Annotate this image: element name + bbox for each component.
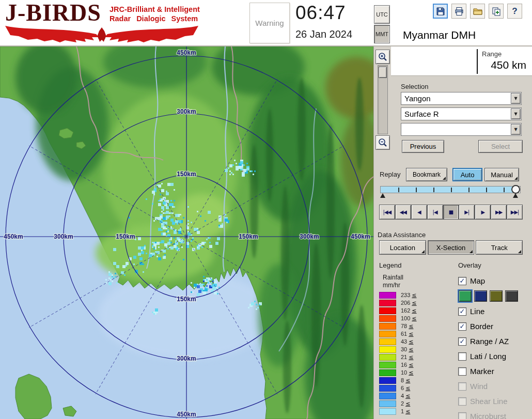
legend-row: 43≤: [379, 338, 454, 346]
radar-echo: [175, 220, 178, 223]
radar-echo: [243, 164, 245, 166]
legend-value-label: 206≤: [401, 300, 417, 306]
replay-timeline-slider[interactable]: [380, 185, 522, 199]
less-equal-symbol: ≤: [409, 338, 413, 345]
radar-echo: [170, 219, 174, 222]
zoom-scrollbar[interactable]: [378, 65, 388, 134]
logo-subtitle-line1: JRC-Brilliant & Intelligent: [109, 5, 200, 14]
reverse-play-button[interactable]: ◀: [411, 205, 427, 220]
help-button[interactable]: ?: [507, 4, 522, 19]
radar-echo: [152, 312, 153, 313]
radar-echo: [158, 246, 160, 248]
zoom-in-button[interactable]: [375, 50, 390, 64]
overlay-checkbox-lati-long[interactable]: [458, 352, 466, 361]
overlay-item-label: Map: [470, 276, 485, 285]
slider-track[interactable]: [380, 186, 521, 193]
fast-forward-button[interactable]: ▶▶: [491, 205, 507, 220]
legend-unit: Rainfall mm/hr: [383, 274, 454, 289]
radar-echo: [163, 217, 166, 220]
ring-label: 450km: [4, 233, 23, 240]
slider-thumb[interactable]: [511, 185, 520, 194]
print-button[interactable]: [451, 4, 466, 19]
open-folder-button[interactable]: [470, 4, 485, 19]
location-button[interactable]: Location: [379, 240, 426, 255]
previous-button[interactable]: Previous: [402, 140, 444, 153]
overlay-checkbox-map[interactable]: ✓: [458, 277, 466, 285]
radar-echo: [208, 237, 209, 239]
radar-echo: [152, 246, 153, 248]
overlay-checkbox-range-az[interactable]: ✓: [458, 337, 466, 346]
radar-echo: [152, 242, 153, 243]
play-button[interactable]: ▶: [475, 205, 491, 220]
bookmark-button[interactable]: Bookmark: [406, 168, 447, 181]
radar-echo: [256, 308, 257, 310]
x-section-button[interactable]: X-Section: [428, 240, 475, 255]
export-button[interactable]: [489, 4, 504, 19]
select-button[interactable]: Select: [478, 140, 523, 153]
fast-rewind-button[interactable]: ◀◀: [395, 205, 411, 220]
radar-echo: [108, 282, 112, 285]
replay-label: Replay: [380, 170, 400, 178]
radar-echo: [243, 169, 246, 172]
auto-mode-button[interactable]: Auto: [452, 168, 482, 181]
manual-mode-button[interactable]: Manual: [484, 168, 519, 181]
overlay-checkbox-border[interactable]: ✓: [458, 322, 466, 331]
radar-echo: [225, 219, 228, 222]
radar-echo: [201, 246, 203, 248]
radar-echo: [246, 163, 248, 164]
less-equal-symbol: ≤: [412, 307, 416, 314]
radar-echo: [160, 198, 161, 200]
data-assistance-label: Data Assistance: [378, 231, 426, 239]
radar-echo: [170, 228, 172, 229]
track-button[interactable]: Track: [476, 240, 523, 255]
map-style-navy[interactable]: [474, 290, 487, 302]
product-dropdown[interactable]: Surface R ▼: [401, 107, 522, 120]
legend-color-swatch: [379, 408, 396, 415]
step-back-button[interactable]: |◀: [427, 205, 443, 220]
step-forward-button[interactable]: ▶|: [459, 205, 475, 220]
warning-status-button[interactable]: Warning: [249, 3, 290, 43]
overlay-checkbox-marker[interactable]: [458, 367, 466, 376]
radar-echo: [172, 222, 175, 225]
chevron-down-icon[interactable]: ▼: [511, 108, 521, 119]
mmt-button[interactable]: MMT: [374, 25, 390, 43]
radar-echo: [166, 246, 167, 248]
skip-to-start-button[interactable]: |◀◀: [379, 205, 395, 220]
radar-map[interactable]: 450km 300km 150km 150km 300km 450km 450k…: [0, 46, 373, 419]
extra-dropdown[interactable]: ▼: [401, 123, 522, 136]
save-button[interactable]: [433, 4, 448, 19]
map-style-green[interactable]: [459, 290, 472, 302]
ring-label: 150km: [239, 233, 258, 240]
map-style-olive[interactable]: [490, 290, 503, 302]
chevron-down-icon[interactable]: ▼: [511, 124, 521, 135]
chevron-down-icon[interactable]: ▼: [511, 93, 521, 104]
zoom-out-button[interactable]: [375, 135, 390, 150]
help-icon: ?: [512, 6, 517, 17]
radar-echo: [164, 243, 167, 246]
less-equal-symbol: ≤: [409, 323, 413, 330]
radar-echo: [115, 273, 116, 274]
control-panel: Range 450 km Selection Yangon ▼ Surface …: [373, 46, 532, 419]
overlay-list: ✓Map✓Line✓Border✓Range / AZLati / LongMa…: [457, 273, 532, 419]
radar-echo: [155, 308, 158, 312]
overlay-checkbox-line[interactable]: ✓: [458, 307, 466, 316]
radar-echo: [197, 229, 198, 231]
legend-row: 8≤: [379, 377, 454, 384]
clock-date: 26 Jan 2024: [295, 28, 352, 40]
stop-button[interactable]: ■: [443, 205, 459, 220]
radar-echo: [160, 194, 161, 195]
radar-echo: [157, 256, 158, 257]
magnifier-plus-icon: [378, 52, 388, 62]
radar-echo: [153, 220, 155, 222]
skip-to-end-button[interactable]: ▶▶|: [507, 205, 523, 220]
map-style-dark-gray[interactable]: [505, 290, 518, 302]
utc-button[interactable]: UTC: [374, 5, 390, 24]
data-assistance-buttons: LocationX-SectionTrack: [379, 240, 523, 255]
radar-echo: [138, 253, 141, 256]
site-dropdown[interactable]: Yangon ▼: [401, 92, 522, 105]
radar-echo: [141, 251, 144, 254]
station-title: Myanmar DMH: [403, 29, 476, 41]
slider-start-marker[interactable]: [380, 193, 385, 198]
slider-position-marker[interactable]: [513, 193, 518, 198]
zoom-scrollbar-thumb[interactable]: [379, 67, 387, 78]
